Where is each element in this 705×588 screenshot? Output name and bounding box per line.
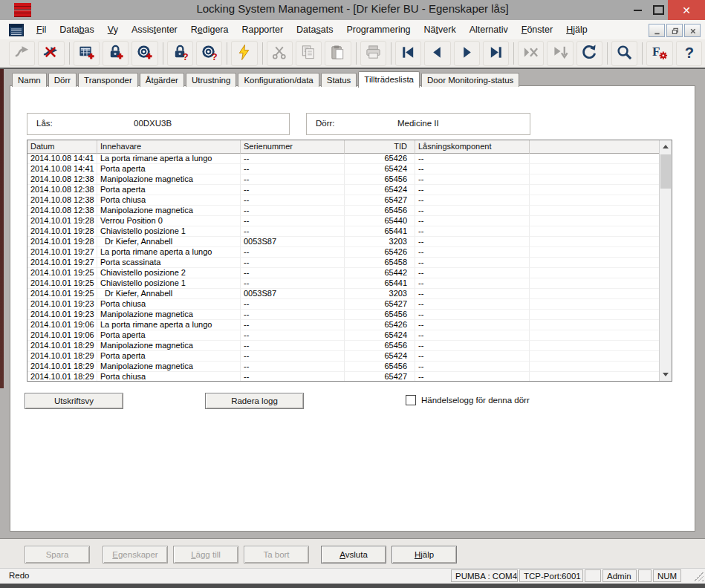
toolbar-button-help[interactable]: ? [676,41,702,66]
menu-item-assistenter[interactable]: Assistenter [125,21,184,39]
scroll-down-button[interactable] [660,368,672,381]
mdi-restore-button[interactable] [666,24,683,37]
table-row[interactable]: 2014.10.08 12:38Porta aperta--65424-- [27,185,672,195]
toolbar-button-next-record[interactable] [454,41,480,66]
toolbar-separator [391,42,392,65]
tab-transponder[interactable]: Transponder [78,73,138,87]
table-row[interactable]: 2014.10.01 18:29Porta aperta--65424-- [27,351,672,362]
table-row[interactable]: 2014.10.01 19:28Verrou Position 0--65440… [27,216,672,226]
table-row[interactable]: 2014.10.01 19:28 Dr Kiefer, Annabell0053… [27,237,672,247]
table-row[interactable]: 2014.10.01 19:23Porta chiusa--65427-- [27,299,672,310]
menu-item-fil[interactable]: Fil [30,21,53,39]
arrow-cross-icon [42,44,59,64]
table-row[interactable]: 2014.10.08 14:41La porta rimane aperta a… [27,154,672,164]
cell-tid: 65456 [345,362,415,372]
table-scrollbar[interactable] [659,140,672,381]
tab-namn[interactable]: Namn [12,73,47,87]
cell-tid: 3203 [345,237,415,247]
print-view-button[interactable]: Utskriftsvy [25,393,123,409]
table-row[interactable]: 2014.10.01 18:29Manipolazione magnetica-… [27,341,672,351]
menu-item-hjalp[interactable]: Hjälp [559,21,594,39]
table-row[interactable]: 2014.10.01 18:29Manipolazione magnetica-… [27,362,672,372]
mdi-close-button[interactable] [684,24,701,37]
resize-grip-icon[interactable] [694,572,704,581]
toolbar-button-first-record[interactable] [395,41,421,66]
tab-atgarder[interactable]: Åtgärder [140,73,184,87]
toolbar-button-new-locking-system[interactable] [74,41,100,66]
toolbar-button-last-record[interactable] [483,41,509,66]
status-ready-text: Redo [9,571,30,580]
question-icon: ? [680,44,698,64]
table-row[interactable]: 2014.10.01 19:06La porta rimane aperta a… [27,320,672,330]
toolbar-button-remove-navigation[interactable] [38,41,64,66]
cell-datum: 2014.10.01 19:25 [27,278,97,289]
cell-serienummer: -- [241,330,345,341]
menu-item-natverk[interactable]: Nätverk [418,21,463,39]
toolbar-button-new-lock[interactable] [103,41,129,66]
tab-status[interactable]: Status [321,73,357,87]
workspace: NamnDörrTransponderÅtgärderUtrustningKon… [0,69,705,568]
column-header-Innehavare[interactable]: Innehavare [97,140,241,154]
menu-item-programmering[interactable]: Programmering [339,21,417,39]
delete-log-button[interactable]: Radera logg [205,393,304,409]
column-header-TID[interactable]: TID [345,140,415,154]
table-row[interactable]: 2014.10.01 19:06Porta aperta--65424-- [27,330,672,341]
table-row[interactable]: 2014.10.01 19:27Porta scassinata--65458-… [27,258,672,268]
table-row[interactable]: 2014.10.08 12:38Manipolazione magnetica-… [27,174,672,185]
tab-tilltradeslista[interactable]: Tillträdeslista [358,71,420,88]
tab-dorr[interactable]: Dörr [48,73,77,87]
menu-item-vy[interactable]: Vy [101,21,125,39]
table-row[interactable]: 2014.10.01 19:27La porta rimane aperta a… [27,247,672,258]
lock-field-label: Lås: [36,119,53,128]
column-header-Serienummer[interactable]: Serienummer [241,140,345,154]
column-header-Låsningskomponent[interactable]: Låsningskomponent [415,140,530,154]
menu-item-datasats[interactable]: Datasats [290,21,339,39]
table-row[interactable]: 2014.10.01 19:23Manipolazione magnetica-… [27,310,672,320]
menu-item-databas[interactable]: Databas [53,21,101,39]
table-row[interactable]: 2014.10.01 19:25Chiavistello posizione 1… [27,278,672,289]
menu-item-fonster[interactable]: Fönster [515,21,559,39]
table-row[interactable]: 2014.10.01 19:25Chiavistello posizione 2… [27,268,672,278]
toolbar-button-new-transponder[interactable] [131,41,157,66]
tab-door-monitoring-status[interactable]: Door Monitoring-status [421,73,519,87]
cell-innehavare: Chiavistello posizione 1 [97,278,241,289]
minimize-button[interactable] [628,0,647,20]
mdi-minimize-button[interactable] [649,24,665,37]
toolbar-button-filter-settings[interactable]: F [646,41,672,66]
close-button[interactable]: ✕ [668,0,705,20]
toolbar-button-program[interactable] [231,41,257,66]
tab-konfiguration-data[interactable]: Konfiguration/data [238,73,319,87]
toolbar-button-previous-record[interactable] [424,41,450,66]
menu-item-alternativ[interactable]: Alternativ [463,21,515,39]
table-row[interactable]: 2014.10.08 14:41Porta aperta--65424-- [27,164,672,174]
cell-låsningskomponent: -- [415,226,530,237]
cell-tid: 65441 [345,278,415,289]
column-header-blank[interactable] [530,140,660,154]
hjalp-button[interactable]: Hjälp [392,546,457,564]
scroll-up-button[interactable] [660,140,672,153]
toolbar-button-read-lock[interactable]: ? [167,41,193,66]
cell-tid: 3203 [345,289,415,299]
table-row[interactable]: 2014.10.01 19:25 Dr Kiefer, Annabell0053… [27,289,672,299]
cell-låsningskomponent: -- [415,310,530,320]
cell-datum: 2014.10.01 19:28 [27,226,97,237]
tab-utrustning[interactable]: Utrustning [186,73,236,87]
cell-serienummer: -- [241,226,345,237]
cell-tid: 65441 [345,226,415,237]
event-log-checkbox[interactable] [406,395,416,405]
table-row[interactable]: 2014.10.01 18:29Porta chiusa--65427-- [27,372,672,382]
cell-innehavare: Chiavistello posizione 2 [97,268,241,278]
table-row[interactable]: 2014.10.08 12:38Manipolazione magnetica-… [27,206,672,216]
scrollbar-thumb[interactable] [660,154,671,189]
toolbar-button-search[interactable] [611,41,637,66]
toolbar-button-read-transponder[interactable]: ? [196,41,222,66]
avsluta-button[interactable]: Avsluta [321,546,386,564]
table-row[interactable]: 2014.10.01 19:28Chiavistello posizione 1… [27,226,672,237]
column-header-Datum[interactable]: Datum [27,140,97,154]
menu-item-redigera[interactable]: Redigera [184,21,235,39]
toolbar-button-refresh[interactable] [576,41,602,66]
menu-item-rapporter[interactable]: Rapporter [235,21,290,39]
table-row[interactable]: 2014.10.08 12:38Porta chiusa--65427-- [27,195,672,206]
tab-strip: NamnDörrTransponderÅtgärderUtrustningKon… [12,71,521,86]
maximize-button[interactable] [649,0,668,20]
